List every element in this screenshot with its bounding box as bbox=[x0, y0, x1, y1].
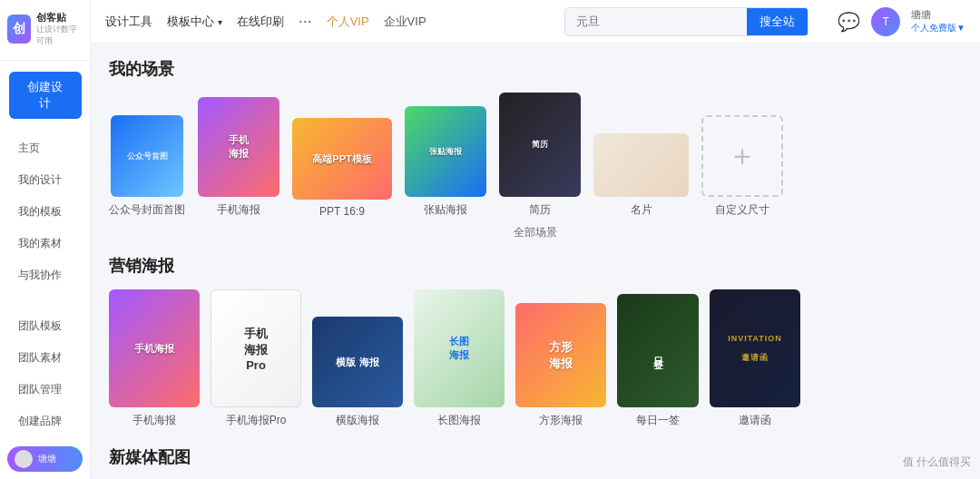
sidebar-item-team-manage[interactable]: 团队管理 bbox=[7, 375, 83, 405]
scene-item-custom[interactable]: ＋ 自定义尺寸 bbox=[701, 115, 783, 218]
user-info-area[interactable]: 塘塘 个人免费版▼ bbox=[911, 8, 965, 34]
scene-label-phone: 手机海报 bbox=[217, 202, 260, 218]
sidebar-item-home[interactable]: 主页 bbox=[7, 133, 83, 163]
mkt-label-horizontal: 横版海报 bbox=[336, 413, 379, 428]
watermark: 值 什么值得买 bbox=[903, 455, 971, 470]
nav-personal-vip[interactable]: 个人VIP bbox=[327, 14, 369, 30]
sidebar-bottom: 塘塘 bbox=[0, 439, 90, 479]
user-vip-tag: 个人免费版▼ bbox=[911, 22, 965, 34]
scene-item-phone[interactable]: 手机海报 手机海报 bbox=[198, 97, 279, 218]
sidebar-item-my-template[interactable]: 我的模板 bbox=[7, 197, 83, 227]
mkt-card-square: 方形海报 bbox=[515, 303, 606, 407]
scene-label-gzh: 公众号封面首图 bbox=[109, 202, 185, 218]
scene-label-post: 张贴海报 bbox=[424, 202, 467, 218]
nav-design-tool[interactable]: 设计工具 bbox=[105, 14, 152, 30]
message-icon[interactable]: 💬 bbox=[838, 11, 860, 33]
sidebar-item-my-asset[interactable]: 我的素材 bbox=[7, 229, 83, 259]
sidebar-item-my-design[interactable]: 我的设计 bbox=[7, 165, 83, 195]
content-area: 我的场景 公众号首图 公众号封面首图 手机海报 手机海报 bbox=[91, 44, 980, 479]
username-label: 塘塘 bbox=[911, 8, 965, 22]
search-bar: 搜全站 bbox=[564, 7, 808, 36]
mkt-item-square[interactable]: 方形海报 方形海报 bbox=[515, 303, 606, 428]
logo-tagline: 让设计数字可用 bbox=[36, 24, 83, 47]
search-button[interactable]: 搜全站 bbox=[747, 8, 808, 35]
more-options-icon[interactable]: ··· bbox=[299, 12, 312, 31]
scene-item-resume[interactable]: 简历 简历 bbox=[499, 93, 581, 218]
scene-card-ppt: 高端PPT模板 bbox=[292, 118, 392, 200]
nav-template-center[interactable]: 模板中心 ▾ bbox=[167, 14, 222, 30]
mkt-label-invite: 邀请函 bbox=[739, 413, 771, 428]
scene-item-post[interactable]: 张贴海报 张贴海报 bbox=[405, 106, 486, 218]
main-nav: 主页 我的设计 我的模板 我的素材 与我协作 bbox=[0, 133, 90, 292]
header: 设计工具 模板中心 ▾ 在线印刷 ··· 个人VIP 企业VIP 搜全站 💬 T… bbox=[91, 0, 980, 44]
sidebar-item-team-asset[interactable]: 团队素材 bbox=[7, 343, 83, 373]
logo-icon: 创 bbox=[7, 15, 31, 44]
scene-item-namecard[interactable]: 名片 bbox=[593, 133, 689, 218]
my-scenes-title: 我的场景 bbox=[109, 58, 962, 80]
logo-name: 创客贴 bbox=[36, 11, 83, 24]
scene-card-phone: 手机海报 bbox=[198, 97, 279, 197]
scene-label-ppt: PPT 16:9 bbox=[319, 205, 365, 218]
search-input[interactable] bbox=[565, 9, 747, 34]
logo-area: 创 创客贴 让设计数字可用 bbox=[0, 11, 90, 61]
mkt-item-phone-pro[interactable]: 手机海报Pro 手机海报Pro bbox=[211, 289, 301, 428]
sidebar: 创 创客贴 让设计数字可用 创建设计 主页 我的设计 我的模板 我的素材 与我协… bbox=[0, 0, 91, 479]
new-media-section-spacer: 新媒体配图 bbox=[109, 446, 962, 468]
scene-card-namecard bbox=[593, 133, 689, 197]
create-design-button[interactable]: 创建设计 bbox=[9, 72, 82, 119]
mkt-item-long[interactable]: 长图海报 长图海报 bbox=[414, 289, 505, 428]
mkt-label-long: 长图海报 bbox=[437, 413, 481, 428]
scene-card-gzh: 公众号首图 bbox=[111, 115, 183, 197]
header-right: 💬 T 塘塘 个人免费版▼ bbox=[838, 7, 965, 36]
marketing-row: 手机海报 手机海报 手机海报Pro 手机海报Pro 横版 海报 横版海报 bbox=[109, 289, 962, 428]
nav-print-online[interactable]: 在线印刷 bbox=[237, 14, 284, 30]
mkt-card-long: 长图海报 bbox=[414, 289, 505, 407]
mkt-item-horizontal[interactable]: 横版 海报 横版海报 bbox=[312, 317, 403, 428]
mkt-item-daily[interactable]: 日签 每日一签 bbox=[617, 294, 699, 428]
mkt-label-phone: 手机海报 bbox=[132, 413, 176, 428]
user-profile-bar[interactable]: 塘塘 bbox=[7, 446, 83, 472]
scene-card-post: 张贴海报 bbox=[405, 106, 486, 197]
sidebar-item-create-brand[interactable]: 创建品牌 bbox=[7, 406, 83, 436]
mkt-label-phone-pro: 手机海报Pro bbox=[226, 413, 287, 428]
sidebar-item-team-template[interactable]: 团队模板 bbox=[7, 311, 83, 341]
user-avatar[interactable]: T bbox=[871, 7, 900, 36]
sidebar-item-collaborate[interactable]: 与我协作 bbox=[7, 260, 83, 290]
nav-enterprise-vip[interactable]: 企业VIP bbox=[384, 14, 426, 30]
header-nav: 设计工具 模板中心 ▾ 在线印刷 ··· 个人VIP 企业VIP bbox=[105, 12, 426, 31]
team-nav: 团队模板 团队素材 团队管理 创建品牌 bbox=[0, 311, 90, 438]
mkt-item-invite[interactable]: INVITATION邀请函 邀请函 bbox=[710, 289, 800, 428]
view-all-scenes[interactable]: 全部场景 bbox=[109, 225, 962, 240]
mkt-label-square: 方形海报 bbox=[539, 413, 583, 428]
scene-label-custom: 自定义尺寸 bbox=[715, 202, 769, 218]
scene-item-gzh[interactable]: 公众号首图 公众号封面首图 bbox=[109, 115, 185, 218]
scene-label-resume: 简历 bbox=[529, 202, 551, 218]
scene-row: 公众号首图 公众号封面首图 手机海报 手机海报 高端PPT模板 PPT 16:9 bbox=[109, 93, 962, 218]
mkt-item-phone[interactable]: 手机海报 手机海报 bbox=[109, 289, 200, 428]
scene-card-resume: 简历 bbox=[499, 93, 581, 197]
marketing-title: 营销海报 bbox=[109, 255, 962, 277]
scene-card-custom: ＋ bbox=[701, 115, 783, 197]
mkt-card-phone-pro: 手机海报Pro bbox=[211, 289, 301, 407]
mkt-card-daily: 日签 bbox=[617, 294, 699, 407]
mkt-card-invite: INVITATION邀请函 bbox=[710, 289, 800, 407]
mkt-card-horizontal: 横版 海报 bbox=[312, 317, 403, 407]
user-avatar-small bbox=[15, 450, 33, 468]
sidebar-username: 塘塘 bbox=[38, 453, 75, 465]
main-area: 设计工具 模板中心 ▾ 在线印刷 ··· 个人VIP 企业VIP 搜全站 💬 T… bbox=[91, 0, 980, 479]
scene-label-namecard: 名片 bbox=[631, 202, 652, 218]
scene-item-ppt[interactable]: 高端PPT模板 PPT 16:9 bbox=[292, 118, 392, 218]
mkt-label-daily: 每日一签 bbox=[636, 413, 680, 428]
mkt-card-phone: 手机海报 bbox=[109, 289, 200, 407]
new-media-title: 新媒体配图 bbox=[109, 446, 962, 468]
